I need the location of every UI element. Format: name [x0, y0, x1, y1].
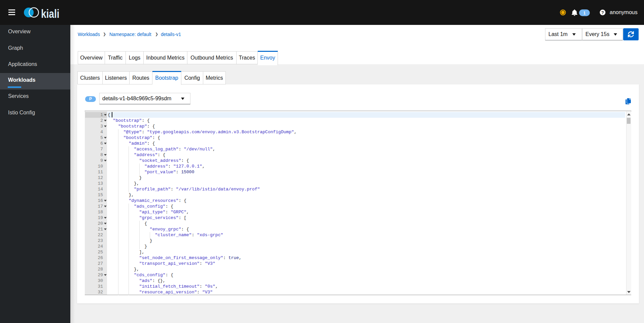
svg-text:?: ?: [601, 10, 604, 15]
